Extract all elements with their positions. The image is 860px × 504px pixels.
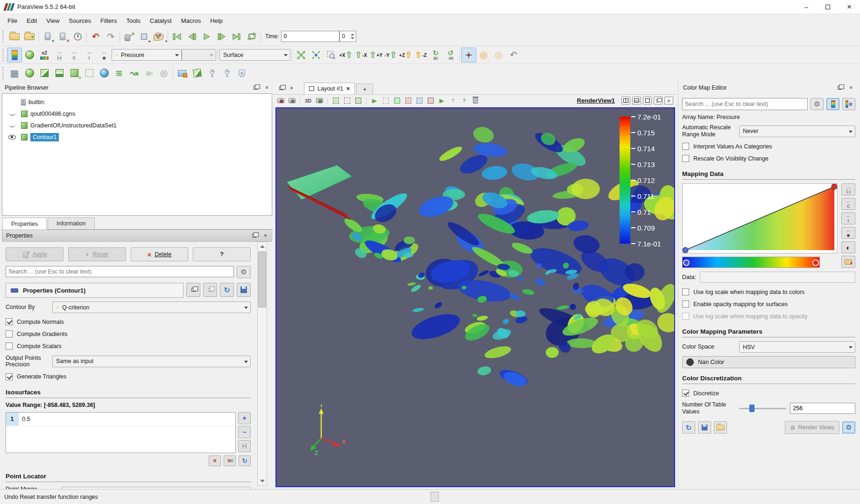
- toggle-interaction-mode-button[interactable]: 3D: [303, 96, 313, 105]
- minimize-button[interactable]: –: [796, 0, 817, 14]
- grow-selection-button[interactable]: ▶: [437, 96, 446, 105]
- isosurface-value-list[interactable]: 1 0.5: [6, 412, 236, 453]
- rescale-mode-combo[interactable]: Never: [739, 126, 855, 137]
- cme-float-button[interactable]: [835, 84, 844, 91]
- slice-filter-button[interactable]: [52, 66, 67, 81]
- output-points-combo[interactable]: Same as input: [52, 356, 251, 367]
- compute-normals-row[interactable]: Compute Normals: [6, 316, 251, 327]
- close-view-button[interactable]: ×: [664, 97, 673, 105]
- render-view-title[interactable]: RenderView1: [577, 97, 615, 104]
- tab-layout-1[interactable]: Layout #1 ×: [304, 83, 355, 94]
- select-polygon-cells-button[interactable]: ▶: [370, 96, 379, 105]
- warp-vector-filter-button[interactable]: ↝: [127, 66, 141, 81]
- pick-center-button[interactable]: ◎: [476, 48, 491, 63]
- selection-tool-button[interactable]: ▸: [136, 29, 151, 44]
- menu-item-edit[interactable]: Edit: [22, 15, 42, 26]
- contour-by-combo[interactable]: ○Q-criterion: [52, 301, 251, 313]
- layout-float-button[interactable]: [277, 84, 286, 92]
- disconnect-server-button[interactable]: ×: [55, 29, 70, 44]
- opacity-mapping-checkbox[interactable]: [682, 301, 689, 308]
- table-values-slider[interactable]: [739, 404, 786, 413]
- calculator-filter-button[interactable]: ▦: [7, 66, 22, 81]
- help-button[interactable]: ?: [193, 247, 251, 261]
- rescale-to-visible-range-button[interactable]: ⇔◉: [841, 227, 855, 239]
- group-datasets-filter-button[interactable]: ◎○: [141, 66, 156, 81]
- extract-level-filter-button[interactable]: ◎: [156, 66, 171, 81]
- rotate-90-counterclockwise-button[interactable]: ↺-90: [443, 48, 458, 63]
- menu-item-macros[interactable]: Macros: [176, 15, 206, 26]
- reset-camera-minus-y-button[interactable]: -Y⇧: [383, 48, 398, 63]
- time-input[interactable]: [281, 31, 339, 42]
- save-as-default-button[interactable]: [698, 421, 711, 434]
- reset-camera-minus-z-button[interactable]: ⇧-Z: [413, 48, 428, 63]
- loop-button[interactable]: [244, 29, 259, 44]
- visibility-toggle[interactable]: [6, 124, 18, 127]
- interpret-categories-checkbox[interactable]: [682, 143, 689, 150]
- menu-item-view[interactable]: View: [42, 15, 64, 26]
- glyph-filter-button[interactable]: [97, 66, 112, 81]
- pipeline-item-builtin[interactable]: builtin:: [2, 96, 272, 108]
- color-by-combo[interactable]: ○Pressure: [112, 49, 182, 61]
- properties-section-header[interactable]: Properties (Contour1): [6, 283, 183, 298]
- previous-frame-button[interactable]: [184, 29, 199, 44]
- open-file-button[interactable]: [7, 29, 22, 44]
- connect-server-button[interactable]: ●: [40, 29, 55, 44]
- query-selection-button[interactable]: ?: [459, 96, 469, 105]
- generate-triangles-row[interactable]: Generate Triangles: [6, 371, 251, 382]
- pipeline-float-button[interactable]: [251, 84, 260, 91]
- zoom-to-box-button[interactable]: [324, 48, 338, 63]
- pipeline-item-qout[interactable]: qout000486.cgns: [2, 108, 272, 119]
- rescale-to-custom-range-button[interactable]: ⇔C: [841, 198, 855, 210]
- zoom-to-data-button[interactable]: [309, 48, 324, 63]
- compute-gradients-row[interactable]: Compute Gradients: [6, 329, 251, 339]
- select-polygon-points-button[interactable]: [381, 96, 390, 105]
- interactive-select-cells-button[interactable]: [403, 96, 413, 105]
- scrollbar-thumb[interactable]: [258, 252, 266, 308]
- add-range-button[interactable]: ├┤: [238, 440, 251, 452]
- restore-default-values-button[interactable]: ↻: [239, 455, 251, 466]
- timer-button[interactable]: [70, 29, 85, 44]
- visibility-toggle[interactable]: [6, 112, 18, 116]
- rescale-to-data-range-button[interactable]: ⇔├┤: [841, 183, 855, 196]
- rescale-to-temporal-range-button[interactable]: ⇔t: [841, 212, 855, 224]
- tab-close-icon[interactable]: ×: [346, 85, 350, 92]
- time-step-spinner[interactable]: 0: [339, 31, 356, 42]
- reset-camera-plus-y-button[interactable]: ⇧+Y: [368, 48, 383, 63]
- compute-normals-checkbox[interactable]: [6, 318, 13, 325]
- reset-button[interactable]: ◐Reset: [68, 247, 126, 261]
- plot-over-line-button[interactable]: [190, 66, 204, 81]
- color-legend[interactable]: 7.2e-010.7150.7140.7130.7120.7110.710.70…: [620, 111, 675, 251]
- opacity-mapping-row[interactable]: Enable opacity mapping for surfaces: [682, 299, 855, 309]
- reset-camera-plus-x-button[interactable]: +X⇧: [338, 48, 353, 63]
- menu-item-tools[interactable]: Tools: [121, 15, 145, 26]
- show-center-axes-button[interactable]: [461, 48, 476, 63]
- save-screenshot-button[interactable]: [276, 96, 285, 105]
- auto-render-button[interactable]: ⚙: [842, 421, 855, 434]
- extract-selection-button[interactable]: [175, 66, 190, 81]
- select-cells-through-button[interactable]: [353, 96, 363, 105]
- auto-apply-button[interactable]: ↗: [121, 29, 136, 44]
- edit-color-map-button[interactable]: [22, 48, 37, 63]
- split-horizontal-button[interactable]: [621, 97, 630, 105]
- adjust-camera-button[interactable]: [315, 96, 324, 105]
- load-palette-menu-button[interactable]: [714, 421, 727, 434]
- log-scale-colors-row[interactable]: Use log scale when mapping data to color…: [682, 287, 855, 297]
- play-button[interactable]: [199, 29, 214, 44]
- reset-center-button[interactable]: ◎: [491, 48, 506, 63]
- new-layout-tab[interactable]: +: [356, 84, 373, 94]
- show-scalar-bar-button[interactable]: [826, 98, 839, 110]
- transfer-handle-high[interactable]: [832, 184, 837, 189]
- cme-close-button[interactable]: ×: [846, 84, 855, 91]
- properties-search-input[interactable]: [6, 266, 234, 277]
- generate-triangles-checkbox[interactable]: [6, 373, 13, 380]
- paste-properties-button[interactable]: [203, 283, 217, 297]
- rescale-on-visibility-row[interactable]: Rescale On Visibility Change: [682, 153, 855, 164]
- properties-scrollbar[interactable]: [257, 242, 267, 486]
- scroll-up-arrow[interactable]: [258, 242, 267, 251]
- isosurface-value[interactable]: 0.5: [19, 416, 30, 422]
- shrink-selection-button[interactable]: ?: [448, 96, 458, 105]
- undo-button[interactable]: ↶: [88, 29, 103, 44]
- rescale-on-visibility-checkbox[interactable]: [682, 155, 689, 162]
- plot-selection-over-time-button[interactable]: ◷ılı: [204, 66, 219, 81]
- layout-close-button[interactable]: ×: [287, 84, 296, 92]
